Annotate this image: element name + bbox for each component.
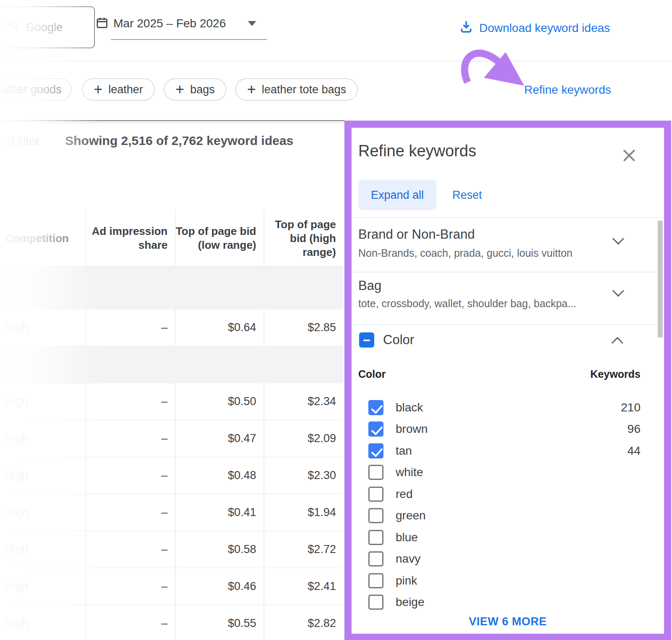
competition-cell: High <box>0 494 86 531</box>
bid-high-cell: $2.82 <box>264 605 344 640</box>
bid-low-cell: $0.48 <box>175 457 264 494</box>
add-filter-truncated[interactable]: dd filter <box>1 135 39 148</box>
competition-cell: High <box>0 605 86 640</box>
color-option-row: brown96 <box>368 419 640 440</box>
color-option-label: tan <box>396 444 412 458</box>
view-more-link[interactable]: VIEW 6 MORE <box>352 615 664 628</box>
color-option-row: navy <box>368 548 640 570</box>
table-row: High–$0.64$2.85 <box>0 309 344 346</box>
ad-impression-share-cell: – <box>86 457 175 494</box>
bid-low-cell: $0.64 <box>175 309 264 346</box>
bid-low-cell: $0.41 <box>175 494 264 531</box>
section-bag[interactable]: Bag tote, crossbody, wallet, shoulder ba… <box>352 272 664 324</box>
bid-low-cell: $0.47 <box>175 420 264 457</box>
download-keyword-ideas-link[interactable]: Download keyword ideas <box>459 19 610 37</box>
color-option-label: blue <box>396 531 418 544</box>
checked-checkbox-brown[interactable] <box>368 421 383 437</box>
ad-impression-share-cell: – <box>86 568 175 605</box>
showing-count-text: Showing 2,516 of 2,762 keyword ideas <box>65 134 294 148</box>
color-option-label: navy <box>396 552 420 566</box>
date-range-selector[interactable]: Mar 2025 – Feb 2026 <box>96 16 256 31</box>
column-header-top-of-page-bid-high[interactable]: Top of page bid (high range) <box>264 210 344 266</box>
expand-all-button[interactable]: Expand all <box>358 180 436 210</box>
bid-high-cell: $2.30 <box>264 457 344 494</box>
chevron-up-icon[interactable] <box>613 339 626 351</box>
color-option-row: white <box>368 462 640 484</box>
color-option-row: beige <box>368 592 640 614</box>
color-option-label: beige <box>396 595 425 609</box>
column-header-competition[interactable]: Competition <box>0 210 86 266</box>
competition-cell: High <box>0 531 86 568</box>
section-summary: Non-Brands, coach, prada, gucci, louis v… <box>358 247 572 259</box>
table-row: High–$0.47$2.09 <box>0 420 344 457</box>
caret-down-icon <box>248 21 256 26</box>
ad-impression-share-cell: – <box>86 531 175 568</box>
bid-high-cell: $2.72 <box>264 531 344 568</box>
chevron-down-icon[interactable] <box>614 287 627 299</box>
unchecked-checkbox-red[interactable] <box>368 487 383 502</box>
bid-high-cell: $2.85 <box>264 309 344 346</box>
chip-label: ather goods <box>2 83 62 96</box>
table-body: High–$0.64$2.85High–$0.50$2.34High–$0.47… <box>0 267 344 640</box>
section-title: Bag <box>358 278 381 293</box>
color-options-list: black210brown96tan44whiteredgreenbluenav… <box>368 397 640 613</box>
color-option-label: brown <box>396 422 428 436</box>
color-column-label: Color <box>358 368 386 380</box>
panel-title: Refine keywords <box>358 142 476 160</box>
bid-high-cell: $2.41 <box>264 568 344 605</box>
color-section-indeterminate-checkbox[interactable] <box>359 332 374 348</box>
add-keyword-chip-bags[interactable]: bags <box>164 78 227 101</box>
network-selector[interactable]: Google <box>0 6 95 48</box>
bid-low-cell: $0.50 <box>175 383 264 420</box>
network-label: Google <box>26 21 63 34</box>
ad-impression-share-cell: – <box>86 383 175 420</box>
competition-cell: High <box>0 309 86 346</box>
color-option-row: tan44 <box>368 440 640 462</box>
color-option-row: pink <box>368 570 640 592</box>
column-header-top-of-page-bid-low[interactable]: Top of page bid (low range) <box>175 210 264 266</box>
add-keyword-chip-leather[interactable]: leather <box>82 78 155 101</box>
unchecked-checkbox-pink[interactable] <box>368 573 383 588</box>
color-option-row: red <box>368 483 640 505</box>
date-range-underline <box>111 39 267 40</box>
bid-low-cell: $0.46 <box>175 568 264 605</box>
download-icon <box>459 19 473 37</box>
unchecked-checkbox-white[interactable] <box>368 465 383 480</box>
ad-impression-share-cell: – <box>86 420 175 457</box>
keyword-group-band <box>0 267 344 309</box>
table-row: High–$0.55$2.82 <box>0 605 344 640</box>
add-keyword-chip-leather-tote-bags[interactable]: leather tote bags <box>235 78 358 101</box>
bid-low-cell: $0.55 <box>175 605 264 640</box>
color-list-header: Color Keywords <box>358 368 640 380</box>
calendar-icon <box>96 16 108 31</box>
panel-divider <box>352 324 664 325</box>
competition-cell: High <box>0 568 86 605</box>
keyword-group-band <box>0 346 344 383</box>
header-divider <box>0 61 672 61</box>
chevron-down-icon[interactable] <box>614 234 627 247</box>
unchecked-checkbox-navy[interactable] <box>368 551 383 566</box>
color-option-row: blue <box>368 527 640 548</box>
section-brand-or-non-brand[interactable]: Brand or Non-Brand Non-Brands, coach, pr… <box>352 218 664 272</box>
panel-scrollbar-thumb[interactable] <box>658 221 663 337</box>
reset-button[interactable]: Reset <box>452 189 482 202</box>
column-header-ad-impression-share[interactable]: Ad impression share <box>86 210 175 266</box>
keywords-column-label: Keywords <box>591 368 640 380</box>
bid-high-cell: $2.09 <box>264 420 344 457</box>
unchecked-checkbox-green[interactable] <box>368 508 383 523</box>
refine-keywords-panel: Refine keywords Expand all Reset Brand o… <box>344 121 671 640</box>
checked-checkbox-tan[interactable] <box>368 443 383 458</box>
table-top-border <box>0 120 344 121</box>
close-icon[interactable] <box>621 147 638 164</box>
table-row: High–$0.50$2.34 <box>0 383 344 420</box>
ad-impression-share-cell: – <box>86 309 175 346</box>
annotation-arrow <box>449 41 538 94</box>
unchecked-checkbox-beige[interactable] <box>368 595 383 610</box>
unchecked-checkbox-blue[interactable] <box>368 530 383 545</box>
checked-checkbox-black[interactable] <box>368 400 383 415</box>
table-row: High–$0.41$1.94 <box>0 494 344 531</box>
chip-label: leather <box>108 83 143 96</box>
color-option-label: green <box>396 509 426 522</box>
color-option-count: 210 <box>621 401 640 414</box>
keyword-chip-truncated[interactable]: ather goods <box>0 78 72 101</box>
